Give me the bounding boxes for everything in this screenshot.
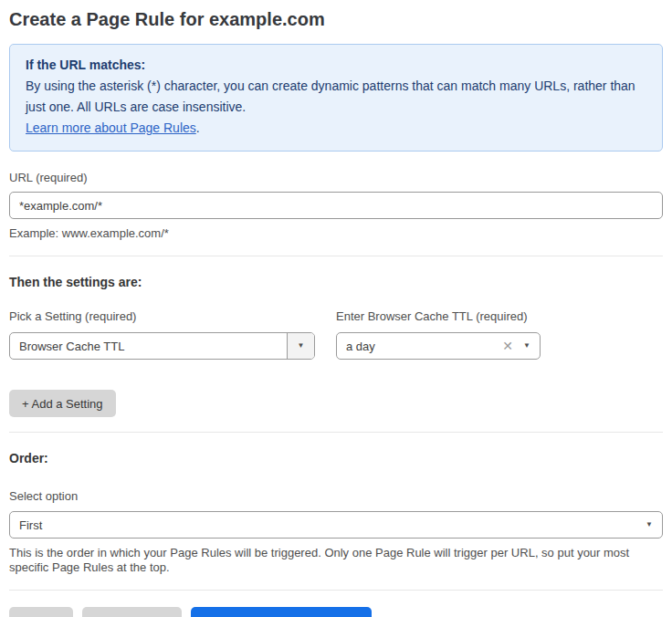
order-select-value: First — [10, 518, 646, 532]
setting-picker-dropdown-button[interactable]: ▼ — [287, 333, 314, 359]
divider-settings-order — [9, 432, 663, 433]
save-as-draft-button[interactable]: Save as Draft — [82, 607, 182, 617]
order-select[interactable]: First ▼ — [9, 511, 663, 539]
learn-more-link[interactable]: Learn more about Page Rules — [26, 120, 196, 135]
divider-url-settings — [9, 256, 663, 256]
link-period: . — [196, 120, 200, 135]
page-title: Create a Page Rule for example.com — [9, 9, 663, 30]
ttl-picker-value: a day — [337, 340, 502, 353]
action-button-row: Cancel Save as Draft Save and Deploy Pag… — [9, 607, 663, 617]
save-and-deploy-button[interactable]: Save and Deploy Page Rule — [191, 607, 371, 617]
order-helper-text: This is the order in which your Page Rul… — [9, 546, 663, 575]
settings-section-heading: Then the settings are: — [9, 275, 663, 289]
caret-down-icon: ▼ — [646, 521, 653, 528]
order-select-label: Select option — [9, 489, 663, 503]
url-example-helper: Example: www.example.com/* — [9, 226, 663, 241]
info-box-link-line: Learn more about Page Rules. — [26, 118, 646, 139]
cancel-button[interactable]: Cancel — [9, 607, 73, 617]
info-box-heading: If the URL matches: — [26, 55, 646, 76]
url-field-label: URL (required) — [9, 171, 663, 184]
setting-picker-select[interactable]: Browser Cache TTL ▼ — [9, 332, 315, 360]
divider-order-actions — [9, 590, 663, 591]
ttl-picker-label: Enter Browser Cache TTL (required) — [336, 309, 541, 323]
ttl-picker-column: Enter Browser Cache TTL (required) a day… — [336, 309, 541, 360]
add-setting-button[interactable]: + Add a Setting — [9, 390, 116, 417]
setting-picker-label: Pick a Setting (required) — [9, 309, 315, 323]
setting-picker-column: Pick a Setting (required) Browser Cache … — [9, 309, 315, 360]
caret-down-icon: ▼ — [298, 342, 305, 350]
info-box-body: By using the asterisk (*) character, you… — [26, 76, 646, 118]
settings-row: Pick a Setting (required) Browser Cache … — [9, 309, 663, 360]
setting-picker-value: Browser Cache TTL — [10, 340, 287, 353]
url-match-info-box: If the URL matches: By using the asteris… — [9, 44, 663, 152]
clear-icon[interactable]: ✕ — [502, 340, 513, 352]
url-input[interactable] — [9, 192, 663, 219]
caret-down-icon: ▼ — [523, 342, 530, 350]
ttl-picker-select[interactable]: a day ✕ ▼ — [336, 332, 541, 360]
order-section-heading: Order: — [9, 451, 663, 465]
